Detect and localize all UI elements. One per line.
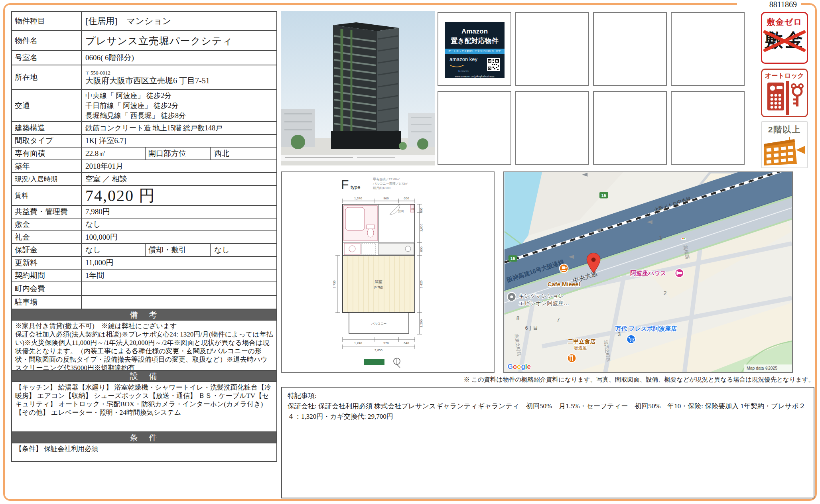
- floorplan-type-word: type: [351, 184, 361, 190]
- google-logo: Google: [508, 363, 531, 370]
- block-number: 7: [557, 317, 560, 323]
- svg-text:16: 16: [511, 256, 515, 261]
- map-image: 16 16 阪神高速16号大阪港線 大阪メトロ中央線 中央大通: [504, 172, 792, 372]
- photo-slot: [593, 91, 667, 165]
- label-property-type: 物件種目: [12, 12, 82, 30]
- table-row: 間取タイプ 1K[ 洋室6.7]: [12, 135, 276, 148]
- value-transport: 中央線「 阿波座」 徒歩2分 千日前線「 阿波座」 徒歩2分 長堀鶴見線「 西長…: [82, 90, 276, 121]
- serial-number: 8811869: [737, 0, 801, 10]
- amazon-url: www.amazon.co.jp/keyforbusiness: [445, 75, 505, 78]
- value-neighborhood-fee: [82, 282, 276, 295]
- shopping-pin-icon: [627, 335, 635, 344]
- special-notes-box: 特記事項: 保証会社: 保証会社利用必須 株式会社プレサンスギャランティギャラン…: [281, 387, 814, 498]
- section-conditions-header: 条 件: [12, 432, 276, 443]
- block-number: 2: [664, 290, 667, 296]
- table-row: 号室名 0606( 6階部分): [12, 51, 276, 65]
- poi-label-awaza-house: 阿波座ハウス: [630, 270, 666, 276]
- dim-label: 960: [383, 197, 389, 200]
- table-row: 所在地 〒550-0012 大阪府大阪市西区立売堀6 丁目7-51: [12, 65, 276, 90]
- special-notes-title: 特記事項:: [288, 391, 808, 401]
- dim-label: 970: [383, 341, 389, 345]
- floorplan-zoom-button[interactable]: [364, 359, 384, 365]
- dim-label: 800: [420, 246, 423, 252]
- floorplan-panel: F type 専有面積／22.60㎡ バルコニー面積／3.73㎡ 縮尺約1/10…: [281, 171, 495, 373]
- value-amortization: なし: [211, 244, 276, 256]
- amazon-okihai-card: Amazon 置き配対応物件 オートロックを解錠して安全にお届けします amaz…: [445, 22, 505, 78]
- badge-autolock: オートロック: [761, 69, 808, 117]
- poi-label-king-mansion2: エピシオン阿波座…: [519, 300, 570, 306]
- photo-slot: [515, 12, 589, 86]
- value-rent: 74,020 円: [82, 186, 276, 205]
- amazon-subtitle: 置き配対応物件: [445, 36, 505, 45]
- floorplan-spec-line: 縮尺約1/100: [373, 186, 391, 190]
- dim-label: 2,850: [375, 348, 383, 352]
- room-label-mb: MB: [411, 208, 414, 210]
- dim-label: 1,240: [354, 197, 363, 200]
- floorplan-type-letter: F: [341, 177, 349, 192]
- transport-line: 千日前線「 阿波座」 徒歩2分: [85, 101, 273, 111]
- table-row: 交通 中央線「 阿波座」 徒歩2分 千日前線「 阿波座」 徒歩2分 長堀鶴見線「…: [12, 90, 276, 122]
- compass-icon: [394, 358, 400, 368]
- label-opening-direction: 開口部方位: [146, 148, 211, 159]
- label-neighborhood-fee: 町内会費: [12, 282, 82, 295]
- dim-label: 650: [404, 197, 409, 200]
- label-key-money: 礼金: [12, 231, 82, 243]
- floorplan-drawing: F type 専有面積／22.60㎡ バルコニー面積／3.73㎡ 縮尺約1/10…: [282, 172, 494, 372]
- restaurant-pin-icon: [568, 354, 576, 362]
- label-amortization: 償却・敷引: [146, 244, 211, 256]
- section-remarks-body: ※家具付き賃貸(撤去不可) ※鍵は弊社にございます 保証会社加入必須(法人契約は…: [12, 321, 276, 371]
- address-text: 大阪府大阪市西区立売堀6 丁目7-51: [85, 76, 273, 85]
- table-row: 駐車場: [12, 296, 276, 309]
- map-copyright: Map data ©2025: [747, 366, 777, 370]
- label-parking: 駐車場: [12, 296, 82, 309]
- value-contract-term: 1年間: [82, 270, 276, 282]
- label-room-number: 号室名: [12, 51, 82, 65]
- table-row: 更新料 11,000円: [12, 257, 276, 270]
- label-deposit: 敷金: [12, 219, 82, 230]
- table-row: 共益費・管理費 7,980円: [12, 206, 276, 219]
- value-deposit: なし: [82, 219, 276, 230]
- value-opening-direction: 西北: [211, 148, 276, 159]
- table-row: 賃料 74,020 円: [12, 186, 276, 206]
- block-number: 1: [659, 234, 662, 241]
- block-label-chome: 6丁目: [525, 325, 538, 331]
- value-layout-type: 1K[ 洋室6.7]: [82, 135, 276, 147]
- svg-text:16: 16: [601, 193, 606, 198]
- table-row: 専有面積 22.8㎡ 開口部方位 西北: [12, 148, 276, 160]
- value-built-year: 2018年01月: [82, 160, 276, 172]
- badge-autolock-title: オートロック: [762, 72, 807, 80]
- table-row: 敷金 なし: [12, 219, 276, 231]
- block-number: 3: [618, 331, 621, 337]
- table-row: 建築構造 鉄筋コンクリート造 地上15階 総戸数148戸: [12, 122, 276, 135]
- section-equipment-body: 【キッチン】 給湯器【水廻り】 浴室乾燥機・シャワートイレ・洗髪洗面化粧台【冷暖…: [12, 382, 276, 432]
- value-parking: [82, 296, 276, 309]
- building-photo-image: [281, 11, 435, 165]
- label-floor-area: 専有面積: [12, 148, 82, 159]
- label-common-fee: 共益費・管理費: [12, 206, 82, 218]
- value-status: 空室 ／ 相談: [82, 173, 276, 185]
- route-16-shield: 16: [599, 192, 608, 199]
- label-rent: 賃料: [12, 186, 82, 205]
- value-structure: 鉄筋コンクリート造 地上15階 総戸数148戸: [82, 122, 276, 134]
- qr-code-icon: [487, 58, 500, 71]
- value-property-type: [住居用] マンション: [82, 12, 276, 30]
- badge-second-floor-up: 2階以上: [761, 121, 808, 168]
- dim-label: 1,240: [354, 341, 363, 345]
- floorplan-spec-line: バルコニー面積／3.73㎡: [373, 182, 408, 185]
- label-address: 所在地: [12, 65, 82, 89]
- photo-slot: [671, 91, 745, 165]
- poi-label-mandai: 万代 フレスポ阿波座店: [615, 325, 677, 332]
- table-row: 礼金 100,000円: [12, 231, 276, 244]
- label-status: 現況/入居時期: [12, 173, 82, 185]
- dim-label: 505: [420, 207, 423, 213]
- autolock-intercom-key-icon: [763, 81, 806, 115]
- transport-line: 中央線「 阿波座」 徒歩2分: [85, 91, 273, 101]
- photo-slot: [515, 91, 589, 165]
- dim-label: 3,735: [333, 280, 336, 288]
- value-floor-area: 22.8㎡: [82, 148, 146, 159]
- section-conditions-body: 【条件】 保証会社利用必須: [12, 443, 276, 461]
- section-equipment-header: 設 備: [12, 371, 276, 382]
- photo-slot: [593, 12, 667, 86]
- dim-label: 1,290: [420, 319, 423, 327]
- badge-second-floor-title: 2階以上: [762, 124, 807, 135]
